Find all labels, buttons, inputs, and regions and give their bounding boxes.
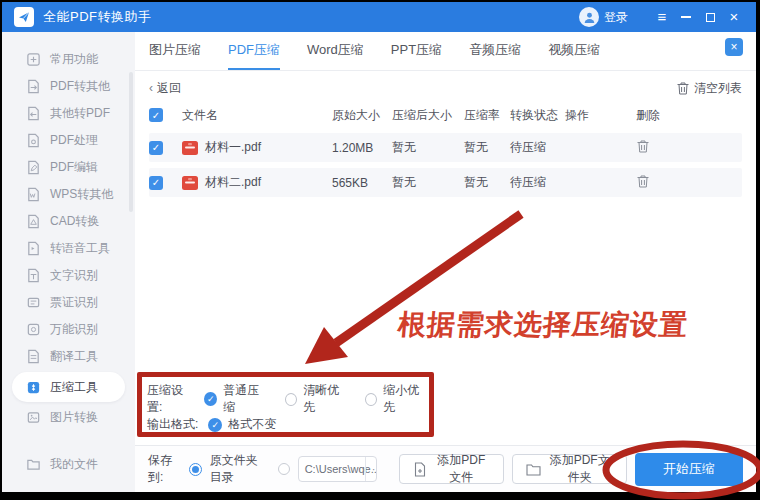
row-checkbox[interactable]: ✓ <box>149 176 163 190</box>
file-name: 材料二.pdf <box>205 174 261 191</box>
option-label: 缩小优先 <box>383 382 427 416</box>
tab-ppt-compress[interactable]: PPT压缩 <box>391 41 442 70</box>
sidebar-item-label: WPS转其他 <box>50 186 113 203</box>
delete-row-button[interactable] <box>636 139 650 154</box>
col-filename: 文件名 <box>169 107 332 124</box>
sidebar-item-label: PDF编辑 <box>50 159 98 176</box>
original-size: 1.20MB <box>332 141 392 155</box>
sidebar-item-pdf-to-other[interactable]: PDF转其他 <box>2 73 135 100</box>
check-icon: ✓ <box>152 177 160 188</box>
add-pdf-folder-label: 添加PDF文件夹 <box>547 452 613 486</box>
tab-video-compress[interactable]: 视频压缩 <box>548 41 600 70</box>
col-compressed-size: 压缩后大小 <box>392 107 464 124</box>
compression-setting-label: 压缩设置: <box>147 382 194 416</box>
sidebar-item-text-ocr[interactable]: 文字识别 <box>2 262 135 289</box>
compression-ratio: 暂无 <box>464 174 510 191</box>
minimize-button[interactable] <box>674 2 698 32</box>
maximize-icon <box>706 13 715 22</box>
wps-to-other-icon <box>26 187 41 202</box>
sidebar-item-compress-tools[interactable]: 压缩工具 <box>12 372 125 402</box>
clear-list-button[interactable]: 清空列表 <box>676 80 742 97</box>
col-actions: 操作 <box>565 107 636 124</box>
avatar[interactable] <box>579 7 599 27</box>
file-name: 材料一.pdf <box>205 139 261 156</box>
sidebar-item-cad-convert[interactable]: CAD转换 <box>2 208 135 235</box>
sidebar-item-translate-tools[interactable]: 翻译工具 <box>2 343 135 370</box>
pdf-process-icon <box>26 133 41 148</box>
login-button[interactable]: 登录 <box>604 9 628 26</box>
sidebar-item-to-speech[interactable]: 转语音工具 <box>2 235 135 262</box>
table-row: ✓ 材料二.pdf 565KB 暂无 暂无 待压缩 <box>149 168 742 197</box>
sidebar-item-pdf-edit[interactable]: PDF编辑 <box>2 154 135 181</box>
pdf-to-other-icon <box>26 79 41 94</box>
sidebar: 常用功能 PDF转其他 其他转PDF PDF处理 PDF编辑 WPS转其他 <box>2 32 135 492</box>
check-icon: ✓ <box>152 142 160 153</box>
tabbar-close-button[interactable]: × <box>725 38 743 56</box>
close-icon: × <box>730 40 737 54</box>
start-compress-button[interactable]: 开始压缩 <box>635 453 743 486</box>
table-row: ✓ 材料一.pdf 1.20MB 暂无 暂无 待压缩 <box>149 133 742 162</box>
sidebar-item-image-convert[interactable]: 图片转换 <box>2 404 135 431</box>
sidebar-item-my-files[interactable]: 我的文件 <box>2 451 135 478</box>
start-compress-label: 开始压缩 <box>663 460 715 478</box>
sidebar-item-pdf-process[interactable]: PDF处理 <box>2 127 135 154</box>
sidebar-item-other-to-pdf[interactable]: 其他转PDF <box>2 100 135 127</box>
folder-icon <box>526 463 541 476</box>
radio-normal-compress[interactable]: ✓ 普通压缩 <box>204 382 267 416</box>
minimize-icon <box>681 16 691 18</box>
back-chevron-icon: ‹ <box>149 81 153 95</box>
sidebar-item-label: 常用功能 <box>50 51 98 68</box>
pdf-file-icon <box>182 141 198 155</box>
sidebar-item-label: 图片转换 <box>50 409 98 426</box>
close-button[interactable]: × <box>722 2 746 32</box>
option-label: 普通压缩 <box>223 382 267 416</box>
add-pdf-file-button[interactable]: 添加PDF文件 <box>399 454 504 484</box>
sidebar-item-label: PDF转其他 <box>50 78 110 95</box>
sidebar-item-universal-ocr[interactable]: 万能识别 <box>2 316 135 343</box>
row-checkbox[interactable]: ✓ <box>149 141 163 155</box>
radio-source-folder[interactable] <box>189 463 202 476</box>
select-all-checkbox[interactable]: ✓ <box>149 108 163 122</box>
output-format-label: 输出格式: <box>147 416 198 433</box>
compress-tools-icon <box>26 380 41 395</box>
list-toolbar: ‹返回 清空列表 <box>135 71 756 103</box>
text-ocr-icon <box>26 268 41 283</box>
source-folder-label: 原文件夹目录 <box>210 452 270 486</box>
delete-row-button[interactable] <box>636 174 650 189</box>
compressed-size: 暂无 <box>392 174 464 191</box>
sidebar-item-common-tools[interactable]: 常用功能 <box>2 46 135 73</box>
tab-word-compress[interactable]: Word压缩 <box>307 41 364 70</box>
back-label: 返回 <box>157 81 181 95</box>
user-icon <box>583 11 596 24</box>
sidebar-item-ticket-ocr[interactable]: 票证识别 <box>2 289 135 316</box>
sidebar-item-label: 压缩工具 <box>50 379 98 396</box>
col-delete: 删除 <box>636 107 682 124</box>
tab-image-compress[interactable]: 图片压缩 <box>149 41 201 70</box>
app-title: 全能PDF转换助手 <box>43 8 152 26</box>
radio-size-first[interactable]: 缩小优先 <box>365 382 427 416</box>
save-path-field[interactable]: C:\Users\wqe... ··· <box>298 456 377 482</box>
maximize-button[interactable] <box>698 2 722 32</box>
footer-bar: 保存到: 原文件夹目录 C:\Users\wqe... ··· 添加PDF文件 … <box>135 445 756 492</box>
sidebar-item-wps-to-other[interactable]: WPS转其他 <box>2 181 135 208</box>
radio-custom-folder[interactable] <box>278 463 290 475</box>
option-label: 格式不变 <box>228 416 276 433</box>
sidebar-item-label: 翻译工具 <box>50 348 98 365</box>
app-logo-icon <box>14 7 34 27</box>
app-window: 全能PDF转换助手 登录 ≡ × 常用功能 PDF转其他 <box>2 2 756 492</box>
tab-pdf-compress[interactable]: PDF压缩 <box>228 41 280 70</box>
menu-button[interactable]: ≡ <box>650 2 674 32</box>
ticket-ocr-icon <box>26 295 41 310</box>
common-tools-icon <box>26 52 41 67</box>
add-pdf-folder-button[interactable]: 添加PDF文件夹 <box>512 454 627 484</box>
sidebar-item-label: 其他转PDF <box>50 105 110 122</box>
back-button[interactable]: ‹返回 <box>149 80 181 97</box>
radio-clarity-first[interactable]: 清晰优先 <box>285 382 347 416</box>
pdf-edit-icon <box>26 160 41 175</box>
option-label: 清晰优先 <box>303 382 347 416</box>
sidebar-scrollbar[interactable] <box>129 72 133 212</box>
tab-audio-compress[interactable]: 音频压缩 <box>469 41 521 70</box>
add-pdf-file-label: 添加PDF文件 <box>433 452 490 486</box>
browse-path-button[interactable]: ··· <box>365 457 377 481</box>
radio-format-unchanged[interactable]: ✓ 格式不变 <box>208 416 276 433</box>
